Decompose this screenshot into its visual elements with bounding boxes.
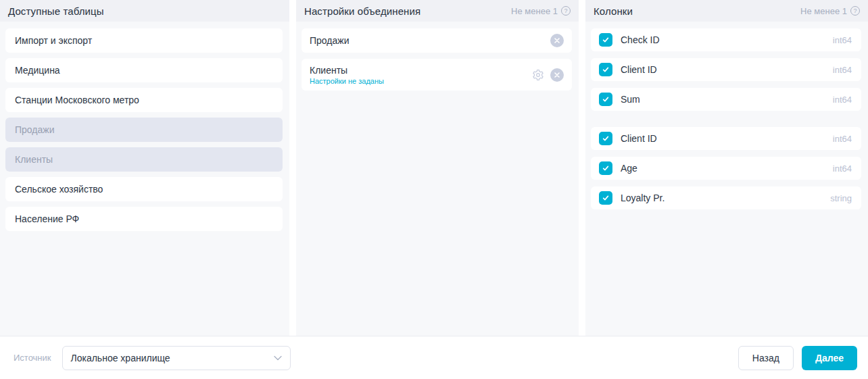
- columns-list: Check ID int64 Client ID int64 Sum int64: [585, 22, 868, 336]
- table-item-population-rf[interactable]: Население РФ: [5, 207, 283, 231]
- column-type: int64: [833, 163, 852, 174]
- table-item-agriculture[interactable]: Сельское хозяйство: [5, 177, 283, 201]
- table-item-label: Население РФ: [15, 213, 79, 224]
- table-item-label: Импорт и экспорт: [15, 35, 92, 46]
- join-item-label: Клиенты: [310, 65, 532, 76]
- checkbox-checked[interactable]: [599, 132, 612, 145]
- panel-title-joins: Настройки объединения: [304, 5, 420, 17]
- joins-list: Продажи Клиенты Настройки не заданы: [296, 22, 579, 336]
- remove-table-button[interactable]: [550, 34, 564, 47]
- column-type: string: [830, 193, 852, 203]
- min-count-badge: Не менее 1 ?: [800, 6, 860, 16]
- column-type: int64: [833, 134, 852, 144]
- table-item-clients[interactable]: Клиенты: [5, 147, 283, 172]
- column-row-check-id[interactable]: Check ID int64: [591, 28, 861, 51]
- panel-columns: Колонки Не менее 1 ? Check ID int64 Clie…: [585, 0, 868, 336]
- remove-table-button[interactable]: [550, 68, 564, 82]
- column-type: int64: [833, 35, 852, 45]
- table-item-medicine[interactable]: Медицина: [5, 58, 283, 82]
- column-label: Client ID: [621, 64, 833, 75]
- column-label: Loyalty Pr.: [621, 193, 830, 203]
- table-item-label: Станции Московского метро: [15, 95, 139, 105]
- join-item-label: Продажи: [310, 35, 550, 46]
- join-settings-link[interactable]: Настройки не заданы: [310, 77, 532, 85]
- column-row-loyalty-pr[interactable]: Loyalty Pr. string: [591, 186, 861, 209]
- next-button[interactable]: Далее: [802, 346, 857, 370]
- min-count-badge: Не менее 1 ?: [511, 6, 571, 16]
- column-group-sales: Check ID int64 Client ID int64 Sum int64: [591, 28, 861, 111]
- table-item-import-export[interactable]: Импорт и экспорт: [5, 28, 283, 53]
- checkbox-checked[interactable]: [599, 33, 612, 47]
- join-item-main: Продажи: [310, 35, 550, 46]
- close-icon: [554, 37, 560, 44]
- join-item-clients: Клиенты Настройки не заданы: [302, 59, 572, 91]
- panel-join-settings: Настройки объединения Не менее 1 ? Прода…: [296, 0, 579, 336]
- dataset-builder: Доступные таблицы Импорт и экспорт Медиц…: [0, 0, 868, 379]
- question-circle-icon[interactable]: ?: [561, 6, 571, 16]
- checkbox-checked[interactable]: [599, 161, 612, 175]
- table-item-metro-stations[interactable]: Станции Московского метро: [5, 88, 283, 112]
- column-label: Check ID: [621, 34, 833, 45]
- checkbox-checked[interactable]: [599, 191, 612, 205]
- column-label: Age: [621, 163, 833, 174]
- panel-title-columns: Колонки: [594, 5, 633, 17]
- panel-header-tables: Доступные таблицы: [0, 0, 289, 22]
- tables-list: Импорт и экспорт Медицина Станции Москов…: [0, 22, 289, 336]
- table-item-label: Продажи: [15, 124, 54, 135]
- panel-title-tables: Доступные таблицы: [8, 5, 104, 17]
- table-item-label: Медицина: [15, 65, 60, 76]
- column-row-sum[interactable]: Sum int64: [591, 88, 861, 111]
- checkbox-checked[interactable]: [599, 93, 612, 106]
- panel-available-tables: Доступные таблицы Импорт и экспорт Медиц…: [0, 0, 289, 336]
- column-type: int64: [833, 95, 852, 105]
- back-button[interactable]: Назад: [738, 346, 794, 370]
- workspace: Доступные таблицы Импорт и экспорт Медиц…: [0, 0, 868, 336]
- checkbox-checked[interactable]: [599, 63, 612, 76]
- join-item-main: Клиенты Настройки не заданы: [310, 65, 532, 85]
- source-label: Источник: [14, 353, 51, 363]
- table-item-label: Клиенты: [15, 154, 53, 165]
- panel-header-columns: Колонки Не менее 1 ?: [585, 0, 868, 22]
- column-type: int64: [833, 65, 852, 75]
- chevron-down-icon: [274, 355, 282, 361]
- join-settings-button[interactable]: [532, 69, 544, 81]
- column-label: Sum: [621, 94, 833, 105]
- gear-icon: [532, 69, 544, 81]
- table-item-label: Сельское хозяйство: [15, 184, 103, 195]
- panel-header-joins: Настройки объединения Не менее 1 ?: [296, 0, 579, 22]
- close-icon: [554, 72, 560, 78]
- min-count-label: Не менее 1: [800, 6, 847, 16]
- column-group-clients: Client ID int64 Age int64 Loyalty Pr. st…: [591, 127, 861, 209]
- join-item-sales: Продажи: [302, 28, 572, 53]
- source-select[interactable]: Локальное хранилище: [62, 346, 291, 370]
- column-row-client-id[interactable]: Client ID int64: [591, 58, 861, 81]
- min-count-label: Не менее 1: [511, 6, 558, 16]
- column-label: Client ID: [621, 133, 833, 144]
- column-row-age[interactable]: Age int64: [591, 157, 861, 180]
- source-select-value: Локальное хранилище: [71, 353, 170, 363]
- footer-bar: Источник Локальное хранилище Назад Далее: [0, 336, 868, 379]
- question-circle-icon[interactable]: ?: [850, 6, 860, 16]
- table-item-sales[interactable]: Продажи: [5, 118, 283, 142]
- column-row-client-id-2[interactable]: Client ID int64: [591, 127, 861, 150]
